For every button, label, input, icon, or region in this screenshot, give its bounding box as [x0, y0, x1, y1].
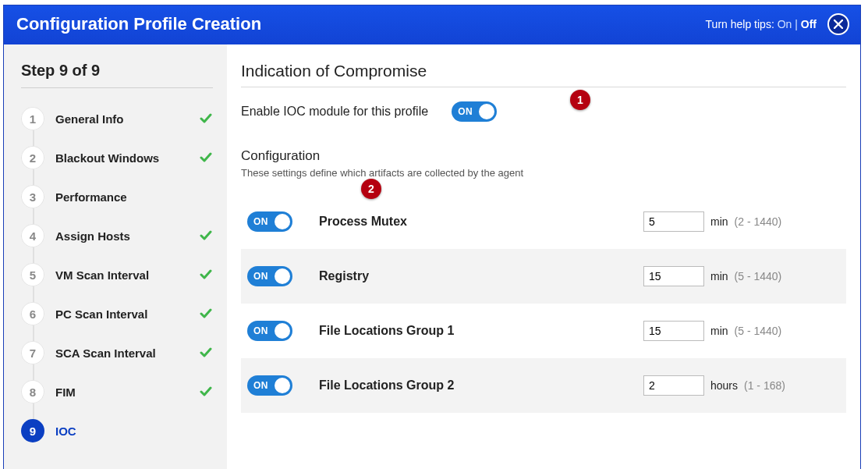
checkmark-icon — [199, 268, 213, 282]
help-tips: Turn help tips: On | Off — [706, 13, 849, 35]
toggle-knob-icon — [275, 268, 290, 284]
config-profile-window: Configuration Profile Creation Turn help… — [3, 5, 861, 469]
config-row: ONProcess Mutexmin(2 - 1440) — [241, 194, 846, 249]
step-label: Assign Hosts — [55, 229, 188, 243]
artifact-toggle[interactable]: ON — [247, 266, 292, 286]
wizard-sidebar: Step 9 of 9 1General Info2Blackout Windo… — [4, 44, 227, 469]
artifact-toggle[interactable]: ON — [247, 375, 292, 396]
interval-unit: hours — [710, 379, 738, 392]
divider — [21, 87, 213, 88]
step-heading: Step 9 of 9 — [21, 62, 213, 80]
step-label: General Info — [55, 112, 188, 126]
divider — [241, 87, 846, 87]
close-button[interactable] — [827, 13, 849, 35]
interval-input[interactable] — [643, 266, 704, 286]
interval-range: (5 - 1440) — [735, 325, 782, 337]
artifact-name: File Locations Group 2 — [319, 378, 643, 393]
interval-group: min(5 - 1440) — [643, 321, 838, 341]
toggle-knob-icon — [275, 378, 290, 393]
step-number: 5 — [21, 263, 44, 286]
step-number: 1 — [21, 107, 44, 130]
toggle-knob-icon — [479, 104, 494, 119]
step-label: IOC — [55, 425, 188, 438]
step-number: 6 — [21, 302, 44, 325]
step-label: PC Scan Interval — [55, 307, 188, 321]
config-row: ONRegistrymin(5 - 1440) — [241, 249, 846, 304]
wizard-step-ioc[interactable]: 9IOC — [21, 411, 213, 450]
artifact-name: File Locations Group 1 — [319, 324, 643, 338]
step-number: 9 — [21, 419, 44, 442]
toggle-knob-icon — [275, 323, 290, 339]
interval-input[interactable] — [643, 375, 704, 396]
checkmark-icon — [199, 151, 213, 165]
artifact-toggle[interactable]: ON — [247, 211, 292, 232]
help-tips-label: Turn help tips: — [706, 18, 774, 30]
step-number: 8 — [21, 380, 44, 403]
step-label: SCA Scan Interval — [55, 346, 188, 360]
checkmark-icon — [199, 190, 213, 204]
step-number: 7 — [21, 341, 44, 364]
step-number: 2 — [21, 146, 44, 169]
window-title: Configuration Profile Creation — [16, 14, 261, 34]
artifact-toggle[interactable]: ON — [247, 321, 292, 341]
artifact-name: Registry — [319, 269, 643, 283]
wizard-step-assign-hosts[interactable]: 4Assign Hosts — [21, 216, 213, 255]
toggle-knob-icon — [275, 214, 290, 229]
main-panel: Indication of Compromise Enable IOC modu… — [227, 44, 860, 469]
enable-label: Enable IOC module for this profile — [241, 105, 428, 119]
interval-unit: min — [710, 325, 728, 337]
help-tips-off[interactable]: Off — [801, 18, 817, 30]
page-title: Indication of Compromise — [241, 62, 846, 80]
wizard-step-blackout-windows[interactable]: 2Blackout Windows — [21, 138, 213, 177]
config-description: These settings define which artifacts ar… — [241, 167, 846, 179]
config-row: ONFile Locations Group 2hours(1 - 168) — [241, 358, 846, 413]
interval-group: min(2 - 1440) — [643, 211, 838, 232]
step-number: 3 — [21, 185, 44, 208]
interval-group: hours(1 - 168) — [643, 375, 838, 396]
config-rows: ONProcess Mutexmin(2 - 1440)ONRegistrymi… — [241, 194, 846, 413]
config-row: ONFile Locations Group 1min(5 - 1440) — [241, 304, 846, 358]
step-label: FIM — [55, 386, 188, 399]
checkmark-icon — [199, 229, 213, 243]
interval-group: min(5 - 1440) — [643, 266, 838, 286]
wizard-step-sca-scan-interval[interactable]: 7SCA Scan Interval — [21, 333, 213, 372]
enable-row: Enable IOC module for this profile ON — [241, 101, 846, 122]
interval-input[interactable] — [643, 211, 704, 232]
step-list: 1General Info2Blackout Windows3Performan… — [21, 99, 213, 450]
interval-unit: min — [710, 270, 728, 282]
wizard-step-pc-scan-interval[interactable]: 6PC Scan Interval — [21, 294, 213, 333]
config-heading: Configuration — [241, 148, 846, 164]
titlebar: Configuration Profile Creation Turn help… — [4, 5, 860, 44]
wizard-step-performance[interactable]: 3Performance — [21, 177, 213, 216]
checkmark-icon — [199, 112, 213, 126]
step-label: Performance — [55, 190, 188, 204]
enable-ioc-toggle[interactable]: ON — [452, 101, 497, 122]
checkmark-icon — [199, 346, 213, 360]
interval-range: (5 - 1440) — [735, 270, 782, 282]
interval-unit: min — [710, 215, 728, 228]
help-tips-on[interactable]: On — [778, 18, 792, 30]
interval-range: (1 - 168) — [744, 379, 785, 392]
wizard-step-general-info[interactable]: 1General Info — [21, 99, 213, 138]
checkmark-icon — [199, 307, 213, 321]
checkmark-icon — [199, 385, 213, 399]
interval-input[interactable] — [643, 321, 704, 341]
checkmark-icon — [199, 424, 213, 438]
close-icon — [834, 20, 843, 29]
wizard-step-fim[interactable]: 8FIM — [21, 372, 213, 411]
step-number: 4 — [21, 224, 44, 247]
artifact-name: Process Mutex — [319, 215, 643, 229]
wizard-step-vm-scan-interval[interactable]: 5VM Scan Interval — [21, 255, 213, 294]
interval-range: (2 - 1440) — [735, 215, 782, 228]
step-label: VM Scan Interval — [55, 268, 188, 282]
step-label: Blackout Windows — [55, 151, 188, 165]
